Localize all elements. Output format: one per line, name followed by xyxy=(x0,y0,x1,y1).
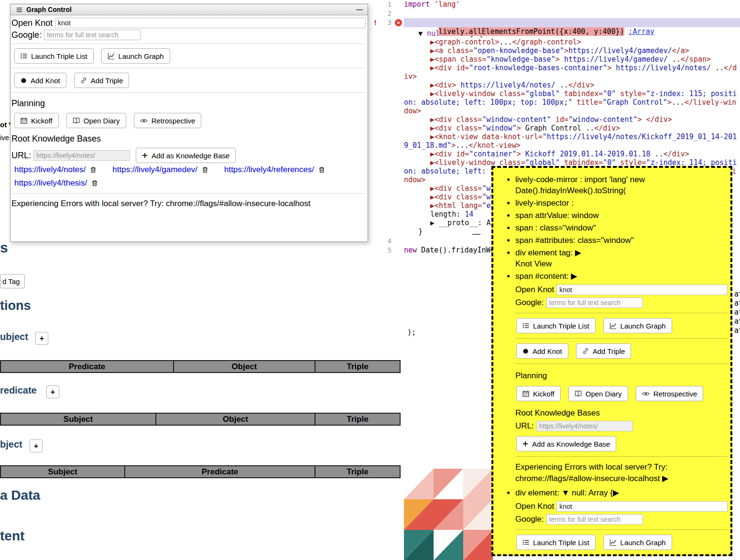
window-titlebar[interactable]: Graph Control — xyxy=(11,4,368,15)
code-token: id= xyxy=(551,115,568,124)
launch-graph-button[interactable]: Launch Graph xyxy=(603,535,672,550)
separator xyxy=(515,555,728,555)
graph-control-window: Graph Control — Open Knot Google: Launch… xyxy=(10,4,368,242)
launch-triple-list-button[interactable]: Launch Triple List xyxy=(516,535,596,550)
kickoff-button[interactable]: Kickoff xyxy=(14,113,59,128)
tooltip-item[interactable]: span attrValue: window xyxy=(515,210,728,221)
add-tag-button-fragment[interactable]: d Tag xyxy=(0,274,25,288)
separator xyxy=(11,68,366,68)
add-triple-button[interactable]: Add Triple xyxy=(74,73,130,88)
google-label: Google: xyxy=(11,30,42,40)
tooltip-item[interactable]: span : class="window" xyxy=(515,222,728,233)
add-knot-button[interactable]: Add Knot xyxy=(14,73,66,88)
open-diary-button[interactable]: Open Diary xyxy=(66,113,126,128)
open-knot-input[interactable] xyxy=(556,285,728,295)
error-gutter-marker: ! xyxy=(373,18,377,27)
tooltip-item[interactable]: div element tag: ▶ Knot View xyxy=(515,247,728,269)
inspector-line[interactable]: ▶<div id="container"> Kickoff 2019.01.14… xyxy=(404,150,740,158)
google-search-input[interactable] xyxy=(44,30,141,40)
code-token: .. xyxy=(711,64,724,72)
launch-graph-button[interactable]: Launch Graph xyxy=(603,318,672,333)
code-token: "open-knowledge-base" xyxy=(473,46,564,55)
tooltip-item-list: lively-code-mirror : import 'lang' new D… xyxy=(500,174,728,555)
retrospective-button[interactable]: Retrospective xyxy=(134,113,202,128)
trash-icon[interactable] xyxy=(319,166,325,173)
knowledge-base-item: https://lively4/thesis/ xyxy=(14,178,98,188)
code-token: ▶<html lang= xyxy=(430,201,482,210)
window-menu-icon[interactable] xyxy=(16,7,22,13)
knowledge-base-link[interactable]: https://lively4/gamedev/ xyxy=(112,165,197,175)
code-text xyxy=(404,9,740,18)
type-annotation-link[interactable]: :Array xyxy=(629,27,654,36)
triples-table: Subject Predicate Triple xyxy=(0,465,401,478)
code-token: ▶<div> xyxy=(430,81,456,89)
add-triple-button[interactable]: Add Triple xyxy=(576,343,631,359)
pattern-image xyxy=(404,469,493,560)
knowledge-base-link[interactable]: https://lively4/thesis/ xyxy=(14,178,87,188)
trash-icon[interactable] xyxy=(202,166,208,173)
launch-graph-button[interactable]: Launch Graph xyxy=(101,48,170,64)
trash-icon[interactable] xyxy=(90,166,96,173)
inspector-line[interactable]: ▶<a class="open-knowledge-base">https://… xyxy=(404,46,740,55)
inspector-line[interactable]: ▶<div id="root-knowledge-bases-container… xyxy=(404,64,740,81)
add-knowledge-base-button[interactable]: Add as Knowledge Base xyxy=(136,148,236,163)
code-token xyxy=(611,64,616,72)
inspector-line[interactable]: ▶<div class="window"> Graph Control ..</… xyxy=(404,124,740,132)
kickoff-button[interactable]: Kickoff xyxy=(516,386,561,401)
inspector-line[interactable]: ▶<knot-view data-knot-url="https://livel… xyxy=(404,132,740,150)
code-token: ... xyxy=(456,141,468,150)
retrospective-button[interactable]: Retrospective xyxy=(636,386,704,401)
trash-icon[interactable] xyxy=(92,180,98,187)
open-diary-button[interactable]: Open Diary xyxy=(568,386,628,401)
text-fragment: at xyxy=(734,290,740,299)
add-object-button[interactable]: + xyxy=(30,439,43,452)
separator xyxy=(11,92,366,93)
url-input[interactable] xyxy=(33,150,130,161)
expand-triangle-icon[interactable]: ▶ xyxy=(662,474,668,483)
table-header-row: Subject Object Triple xyxy=(0,413,400,425)
add-knowledge-base-button[interactable]: Add as Knowledge Base xyxy=(516,436,616,451)
tooltip-item[interactable]: div element: ▼ null: Array {▶ Open Knot … xyxy=(515,487,728,555)
knowledge-base-link[interactable]: https://lively4/references/ xyxy=(224,165,314,175)
google-search-input[interactable] xyxy=(546,514,643,525)
tooltip-item[interactable]: lively-code-mirror : import 'lang' new D… xyxy=(515,174,728,196)
code-token: "Graph Control" xyxy=(602,98,667,107)
inspector-line[interactable]: ▶<lively-window class="global" tabindex=… xyxy=(404,89,740,115)
spacer xyxy=(624,27,629,36)
open-knot-input[interactable] xyxy=(55,18,366,28)
open-knot-row: Open Knot xyxy=(11,18,366,28)
tooltip-item[interactable]: span #attributes: class="window" xyxy=(515,235,728,246)
inspector-line[interactable]: ▶<graph-control>...</graph-control> xyxy=(404,38,740,46)
launch-triple-list-button[interactable]: Launch Triple List xyxy=(14,48,94,64)
google-search-input[interactable] xyxy=(546,297,643,308)
eye-icon xyxy=(140,118,148,123)
open-knot-row: Open Knot xyxy=(515,284,728,295)
inspector-line[interactable]: ▶<span class="knowledge-base"> https://l… xyxy=(404,55,740,64)
column-header: Triple xyxy=(315,466,400,478)
chart-icon xyxy=(609,322,617,329)
text-fragment: at xyxy=(734,299,740,308)
add-knot-button[interactable]: Add Knot xyxy=(516,343,568,359)
code-token: ▶ __proto__: Ar xyxy=(430,219,495,227)
launch-triple-list-button[interactable]: Launch Triple List xyxy=(516,318,596,333)
button-label: Add Knot xyxy=(31,77,60,85)
tooltip-item[interactable]: lively-inspector : xyxy=(515,198,728,209)
inspector-line[interactable]: ▶<div> https://lively4/notes/ ..</div> xyxy=(404,81,740,89)
add-subject-button[interactable]: + xyxy=(35,332,48,345)
code-token: "0" xyxy=(603,89,616,98)
minimize-button[interactable]: — xyxy=(356,6,363,13)
meta-data-heading-fragment: a Data xyxy=(0,488,40,503)
column-header: Object xyxy=(174,361,315,373)
line-number-text: 3 xyxy=(388,19,392,26)
inspector-line[interactable]: ▶<div class="window-content" id="window-… xyxy=(404,115,740,124)
list-icon xyxy=(522,539,529,546)
button-label: Launch Triple List xyxy=(31,52,87,60)
tooltip-item[interactable]: span #content: ▶ Open Knot Google: Launc… xyxy=(515,271,728,484)
minimize-icon[interactable]: — xyxy=(472,230,480,239)
tooltip-item-text: span #content: ▶ xyxy=(515,272,577,281)
add-predicate-button[interactable]: + xyxy=(46,385,59,398)
knowledge-base-link[interactable]: https://lively4/notes/ xyxy=(14,165,86,175)
url-input[interactable] xyxy=(536,421,633,431)
open-knot-input[interactable] xyxy=(556,501,728,512)
code-token: </div> xyxy=(664,150,689,158)
